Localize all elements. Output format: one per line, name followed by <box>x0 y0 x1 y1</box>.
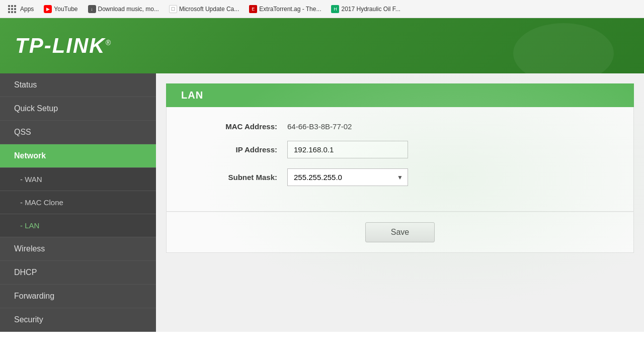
ip-address-input[interactable] <box>287 141 408 158</box>
section-header: LAN <box>166 83 634 107</box>
subnet-mask-row: Subnet Mask: 255.255.255.0 255.255.0.0 2… <box>187 168 613 186</box>
sidebar-item-mac-clone[interactable]: - MAC Clone <box>0 191 156 214</box>
microsoft-bookmark[interactable]: ☐ Microsoft Update Ca... <box>165 4 243 14</box>
download-label: Download music, mo... <box>98 6 159 13</box>
subnet-mask-wrapper: 255.255.255.0 255.255.0.0 255.0.0.0 <box>287 168 408 186</box>
youtube-label: YouTube <box>54 6 77 13</box>
sidebar-item-wireless[interactable]: Wireless <box>0 237 156 261</box>
sidebar-item-forwarding[interactable]: Forwarding <box>0 285 156 308</box>
extratorrents-label: ExtraTorrent.ag - The... <box>259 6 321 13</box>
subnet-mask-label: Subnet Mask: <box>187 173 287 182</box>
ip-address-label: IP Address: <box>187 145 287 154</box>
mac-address-label: MAC Address: <box>187 122 287 131</box>
page-wrapper: TP-LINK® Status Quick Setup QSS Network … <box>0 18 644 332</box>
sidebar-item-qss[interactable]: QSS <box>0 121 156 144</box>
logo-text: TP-LINK <box>15 34 106 57</box>
content-wrapper: Status Quick Setup QSS Network - WAN - M… <box>0 73 644 332</box>
apps-grid-icon <box>8 5 16 13</box>
microsoft-icon: ☐ <box>169 5 177 13</box>
extratorrents-bookmark[interactable]: E ExtraTorrent.ag - The... <box>245 4 325 14</box>
sidebar-item-dhcp[interactable]: DHCP <box>0 261 156 285</box>
apps-label: Apps <box>20 6 34 13</box>
section-footer: Save <box>166 212 634 253</box>
subnet-mask-select[interactable]: 255.255.255.0 255.255.0.0 255.0.0.0 <box>287 168 408 186</box>
main-content: LAN MAC Address: 64-66-B3-8B-77-02 IP Ad… <box>156 73 644 332</box>
section-body: MAC Address: 64-66-B3-8B-77-02 IP Addres… <box>166 107 634 212</box>
youtube-icon: ▶ <box>44 5 52 13</box>
logo-registered: ® <box>106 39 112 47</box>
section-title: LAN <box>181 89 203 101</box>
mac-address-value: 64-66-B3-8B-77-02 <box>287 122 352 131</box>
microsoft-label: Microsoft Update Ca... <box>179 6 239 13</box>
tp-logo: TP-LINK® <box>15 34 112 58</box>
apps-bookmark[interactable]: Apps <box>4 4 38 14</box>
sidebar-item-lan[interactable]: - LAN <box>0 214 156 237</box>
sidebar-item-quick-setup[interactable]: Quick Setup <box>0 97 156 121</box>
tp-header: TP-LINK® <box>0 18 644 73</box>
extratorrents-icon: E <box>249 5 257 13</box>
sidebar-item-security[interactable]: Security <box>0 308 156 332</box>
bookmarks-bar: Apps ▶ YouTube ↓ Download music, mo... ☐… <box>0 0 644 18</box>
hydraulic-icon: H <box>331 5 339 13</box>
youtube-bookmark[interactable]: ▶ YouTube <box>40 4 82 14</box>
sidebar-item-network[interactable]: Network <box>0 144 156 168</box>
download-bookmark[interactable]: ↓ Download music, mo... <box>84 4 163 14</box>
ip-address-row: IP Address: <box>187 141 613 158</box>
sidebar-item-wan[interactable]: - WAN <box>0 168 156 191</box>
mac-address-row: MAC Address: 64-66-B3-8B-77-02 <box>187 122 613 131</box>
hydraulic-bookmark[interactable]: H 2017 Hydraulic Oil F... <box>327 4 404 14</box>
sidebar: Status Quick Setup QSS Network - WAN - M… <box>0 73 156 332</box>
download-icon: ↓ <box>88 5 96 13</box>
sidebar-item-status[interactable]: Status <box>0 73 156 97</box>
hydraulic-label: 2017 Hydraulic Oil F... <box>341 6 400 13</box>
save-button[interactable]: Save <box>365 222 435 242</box>
